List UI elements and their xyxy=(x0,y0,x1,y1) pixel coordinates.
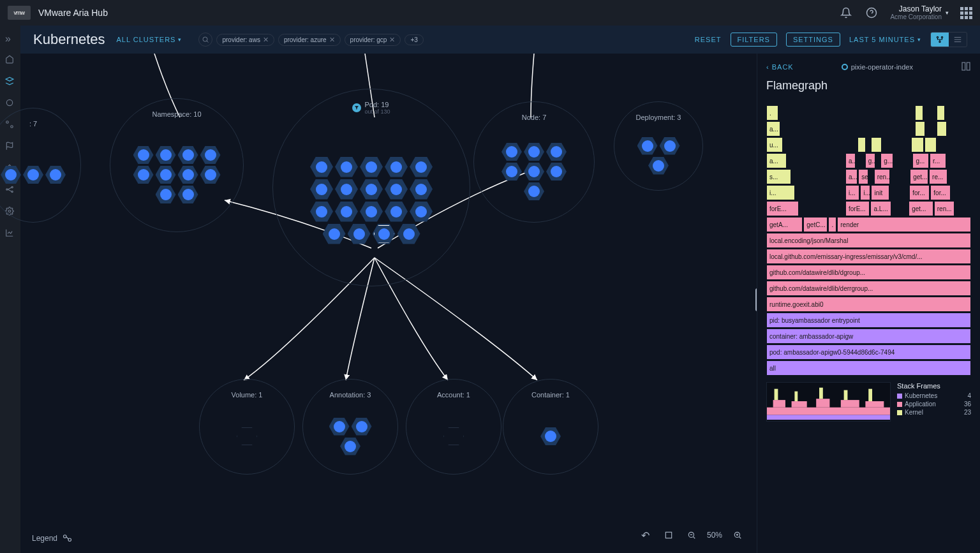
flame-cell[interactable] xyxy=(937,105,945,121)
user-menu[interactable]: Jason Taylor Acme Corporation ▾ xyxy=(890,5,949,20)
minimap[interactable] xyxy=(766,382,891,422)
flame-cell[interactable]: a.L... xyxy=(870,201,891,216)
flame-cell[interactable]: get... xyxy=(909,201,933,216)
svg-point-11 xyxy=(941,36,942,38)
filter-chip-more[interactable]: +3 xyxy=(405,34,423,45)
flame-cell[interactable]: github.com/datawire/dlib/derrgroup... xyxy=(766,281,971,296)
bell-icon[interactable] xyxy=(839,6,853,20)
view-graph-button[interactable] xyxy=(931,33,949,47)
group-pod[interactable]: Pod: 19 out of 130 xyxy=(272,89,470,286)
group-annotation[interactable]: Annotation: 3 xyxy=(302,379,398,475)
group-volume[interactable]: Volume: 1 xyxy=(199,379,295,475)
close-icon[interactable]: ✕ xyxy=(263,36,269,44)
time-dropdown[interactable]: LAST 5 MINUTES▾ xyxy=(849,36,921,43)
flame-cell[interactable]: i... xyxy=(860,185,870,200)
layout-icon[interactable] xyxy=(961,61,971,73)
group-label: Container: 1 xyxy=(531,391,570,399)
flame-cell[interactable]: r... xyxy=(930,153,946,168)
group-label: Namespace: 10 xyxy=(152,110,201,118)
flame-cell[interactable] xyxy=(915,121,925,136)
cluster-dropdown[interactable]: ALL CLUSTERS▾ xyxy=(117,36,182,43)
flame-cell[interactable] xyxy=(924,137,937,152)
flame-cell[interactable] xyxy=(858,137,866,152)
svg-rect-20 xyxy=(767,415,890,420)
flame-cell[interactable] xyxy=(911,137,923,152)
legend-toggle[interactable]: Legend xyxy=(32,534,74,543)
flame-cell[interactable]: local.encoding/json/Marshal xyxy=(766,233,971,248)
group-container[interactable]: Container: 1 xyxy=(503,379,598,475)
back-button[interactable]: ‹ BACK xyxy=(766,63,794,71)
flame-cell[interactable]: init xyxy=(871,185,889,200)
topology-canvas[interactable]: : 7 Namespace: 10 Pod: 19 out of 130 xyxy=(20,54,757,553)
flame-cell[interactable]: pid: busyambassador entrypoint xyxy=(766,313,971,328)
filter-chip[interactable]: provider: aws✕ xyxy=(216,34,274,46)
flame-cell[interactable]: getC... xyxy=(803,217,828,232)
filter-icon[interactable] xyxy=(352,103,361,112)
svg-rect-18 xyxy=(962,63,965,70)
undo-button[interactable]: ↶ xyxy=(638,527,653,543)
flame-cell[interactable]: g... xyxy=(912,153,929,168)
flame-cell[interactable]: a... xyxy=(766,153,787,168)
group-edge[interactable]: : 7 xyxy=(0,108,81,223)
flame-cell[interactable]: re... xyxy=(929,169,947,184)
flame-cell[interactable]: . xyxy=(766,105,778,121)
group-label: Pod: 19 xyxy=(364,101,390,108)
flame-cell[interactable]: ren... xyxy=(874,169,891,184)
flame-cell[interactable]: container: ambassador-apigw xyxy=(766,328,971,344)
filter-chip[interactable]: provider: gcp✕ xyxy=(345,34,401,46)
chevron-down-icon: ▾ xyxy=(946,10,949,16)
flame-cell[interactable]: a... xyxy=(845,153,856,168)
flame-cell[interactable] xyxy=(915,105,923,121)
flame-cell[interactable]: u... xyxy=(766,137,783,152)
filter-chip[interactable]: provider: azure✕ xyxy=(278,34,341,46)
nav-layers-icon[interactable] xyxy=(5,77,15,87)
flame-cell[interactable]: runtime.goexit.abi0 xyxy=(766,297,971,312)
flame-cell[interactable]: . xyxy=(828,217,836,232)
flame-cell[interactable]: g... xyxy=(880,153,893,168)
zoom-in-button[interactable] xyxy=(730,527,745,543)
apps-icon[interactable] xyxy=(960,7,972,19)
flame-cell[interactable]: local.github.com/emissary-ingress/emissa… xyxy=(766,249,971,264)
flame-cell[interactable] xyxy=(871,137,881,152)
settings-button[interactable]: SETTINGS xyxy=(786,33,840,47)
flamegraph[interactable]: allpod: ambassador-apigw0-5944d86d6c-749… xyxy=(766,101,971,376)
flame-cell[interactable]: forE... xyxy=(845,201,870,216)
view-list-button[interactable] xyxy=(949,33,967,47)
flame-cell[interactable] xyxy=(937,121,947,136)
flame-cell[interactable]: a... xyxy=(845,169,858,184)
flame-cell[interactable]: se... xyxy=(858,169,868,184)
nav-expand-icon[interactable]: » xyxy=(5,33,15,43)
filters-button[interactable]: FILTERS xyxy=(731,33,777,47)
reset-button[interactable]: RESET xyxy=(695,36,722,43)
zoom-out-button[interactable] xyxy=(684,527,699,543)
flame-cell[interactable]: i... xyxy=(766,185,795,200)
breadcrumb-item[interactable]: pixie-operator-index xyxy=(842,63,913,71)
search-icon[interactable] xyxy=(198,33,212,47)
group-namespace[interactable]: Namespace: 10 xyxy=(110,98,244,232)
flame-cell[interactable]: github.com/datawire/dlib/dgroup... xyxy=(766,265,971,280)
flame-cell[interactable]: g... xyxy=(865,153,875,168)
flame-cell[interactable]: for... xyxy=(930,185,951,200)
fit-button[interactable] xyxy=(661,527,676,543)
flame-cell[interactable]: render xyxy=(837,217,971,232)
group-node[interactable]: Node: 7 xyxy=(473,101,595,223)
flame-cell[interactable]: i... xyxy=(845,185,859,200)
flame-cell[interactable]: for... xyxy=(909,185,930,200)
flame-cell[interactable]: s... xyxy=(766,169,791,184)
nav-home-icon[interactable] xyxy=(5,55,15,65)
flame-cell[interactable]: all xyxy=(766,360,971,376)
flame-cell[interactable]: ren... xyxy=(934,201,954,216)
svg-rect-19 xyxy=(967,63,970,70)
close-icon[interactable]: ✕ xyxy=(389,36,395,44)
group-account[interactable]: Account: 1 xyxy=(406,379,501,475)
close-icon[interactable]: ✕ xyxy=(329,36,335,44)
flame-cell[interactable]: get... xyxy=(910,169,928,184)
flame-cell[interactable]: forE... xyxy=(766,201,799,216)
nav-target-icon[interactable] xyxy=(5,98,15,108)
flame-cell[interactable]: getA... xyxy=(766,217,803,232)
flame-cell[interactable]: a... xyxy=(766,121,780,136)
help-icon[interactable] xyxy=(865,6,879,20)
group-deployment[interactable]: Deployment: 3 xyxy=(614,101,703,191)
nav-chart-icon[interactable] xyxy=(5,228,15,239)
flame-cell[interactable]: pod: ambassador-apigw0-5944d86d6c-7494 xyxy=(766,344,971,360)
